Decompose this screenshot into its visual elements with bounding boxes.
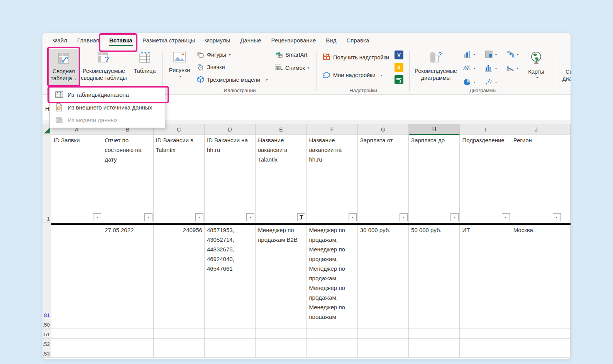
row-number[interactable]: .52 [42,339,51,348]
empty-cell[interactable] [460,348,511,358]
pivot-chart-button[interactable]: Сводная диаграмма [558,49,571,88]
filter-button-f[interactable] [349,213,357,221]
empty-cell[interactable] [306,329,357,339]
empty-cell[interactable] [154,329,205,339]
cell-j-data[interactable]: Москва [511,225,562,319]
empty-cell[interactable] [256,329,306,339]
filter-button-g[interactable] [400,213,408,221]
table-button[interactable]: Таблица [129,49,161,88]
cell-h-data[interactable]: 50 000 руб. [409,225,460,319]
filter-button-b[interactable] [144,213,152,221]
row-number-filtered[interactable]: 81 [42,225,51,319]
3d-models-button[interactable]: Трехмерные модели [197,76,268,83]
column-header-i[interactable]: I [460,124,511,135]
filter-button-c[interactable] [195,213,203,221]
cell-c-data[interactable]: 240956 [154,225,205,319]
hierarchy-chart-button[interactable] [485,51,497,58]
column-header-e[interactable]: E [256,124,306,135]
tab-formulas[interactable]: Формулы [200,34,235,47]
cell-f-data[interactable]: Менеджер по продажам, Менеджер по продаж… [306,225,357,319]
row-number-1[interactable]: 1 [42,135,51,223]
empty-cell[interactable] [154,319,205,329]
get-addins-button[interactable]: Получить надстройки [323,54,389,61]
scatter-chart-button[interactable] [485,78,497,86]
empty-cell[interactable] [51,329,102,339]
empty-cell[interactable] [306,319,357,329]
empty-cell[interactable] [205,319,256,329]
empty-cell[interactable] [358,339,409,348]
filter-button-j[interactable] [553,213,561,221]
waterfall-chart-button[interactable] [506,51,519,58]
tab-home[interactable]: Главная [72,34,104,47]
empty-cell[interactable] [102,339,153,348]
empty-cell[interactable] [102,329,153,339]
menu-item-from-table-range[interactable]: Из таблицы/диапазона [50,88,165,101]
empty-cell[interactable] [256,319,306,329]
empty-cell[interactable] [460,339,511,348]
empty-cell[interactable] [511,339,562,348]
row-number[interactable]: .50 [42,319,51,329]
cell-i-data[interactable]: ИТ [460,225,511,319]
column-header-j[interactable]: J [511,124,562,135]
filter-button-h[interactable] [450,213,459,221]
cell-a-data[interactable] [51,225,102,319]
empty-cell[interactable] [409,339,460,348]
bing-addin-icon[interactable]: b [395,63,403,72]
empty-cell[interactable] [511,348,562,358]
cell-c1[interactable]: ID Вакансии в Talantix [154,135,205,223]
screenshot-button[interactable]: Снимок [275,64,310,71]
column-header-d[interactable]: D [205,124,256,135]
tab-insert[interactable]: Вставка [104,34,137,47]
empty-cell[interactable] [460,329,511,339]
line-chart-button[interactable] [463,64,476,72]
recommended-pivots-button[interactable]: ? Рекомендуемые сводные таблицы [80,49,127,88]
empty-cell[interactable] [460,319,511,329]
cell-h1[interactable]: Зарплата до [409,135,460,223]
row-number[interactable]: .53 [42,348,51,358]
tab-page-layout[interactable]: Разметка страницы [137,34,200,47]
tab-view[interactable]: Вид [321,34,341,47]
filter-button-d[interactable] [246,213,254,221]
empty-cell[interactable] [306,339,357,348]
empty-cell[interactable] [358,348,409,358]
shapes-button[interactable]: Фигуры [197,51,231,58]
cell-b-data[interactable]: 27.05.2022 [102,225,153,319]
empty-cell[interactable] [409,329,460,339]
row-number[interactable]: .51 [42,329,51,339]
cell-f1[interactable]: Название вакансии на hh.ru [306,135,357,223]
filter-button-a[interactable] [93,213,101,221]
visio-addin-icon[interactable]: V [395,51,403,59]
pictures-button[interactable]: Рисунки [167,49,192,88]
tab-data[interactable]: Данные [235,34,266,47]
combo-chart-button[interactable] [506,64,519,72]
empty-cell[interactable] [256,348,306,358]
cell-g-data[interactable]: 30 000 руб. [358,225,409,319]
empty-cell[interactable] [205,339,256,348]
tab-review[interactable]: Рецензирование [266,34,321,47]
pie-chart-button[interactable] [463,78,476,86]
filter-button-i[interactable] [502,213,510,221]
column-header-g[interactable]: G [358,124,409,135]
menu-item-from-external-source[interactable]: Из внешнего источника данных [50,101,165,114]
empty-cell[interactable] [102,348,153,358]
empty-cell[interactable] [256,339,306,348]
empty-cell[interactable] [51,319,102,329]
empty-cell[interactable] [205,348,256,358]
column-header-h-selected[interactable]: H [409,124,460,135]
cell-d1[interactable]: ID Вакансии на hh.ru [205,135,256,223]
cell-e-data[interactable]: Менеджер по продажам B2B [256,225,306,319]
empty-cell[interactable] [154,348,205,358]
empty-cell[interactable] [511,329,562,339]
people-graph-addin-icon[interactable] [395,75,403,84]
maps-button[interactable]: Карты [524,50,548,88]
tab-file[interactable]: Файл [48,34,72,47]
menu-item-from-data-model[interactable]: Из модели данных [50,114,165,126]
cell-e1[interactable]: Название вакансии в Talantix [256,135,306,223]
column-header-f[interactable]: F [306,124,357,135]
cell-j1[interactable]: Регион [511,135,562,223]
histogram-chart-button[interactable] [485,64,497,72]
filter-button-e-active[interactable] [297,213,305,221]
empty-cell[interactable] [358,319,409,329]
recommended-charts-button[interactable]: ? Рекомендуемые диаграммы [413,49,459,88]
empty-cell[interactable] [205,329,256,339]
